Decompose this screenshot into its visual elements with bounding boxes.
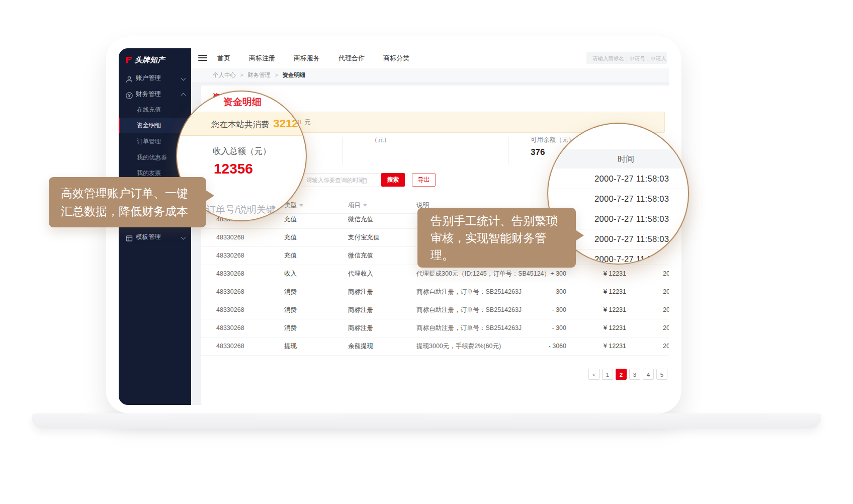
pagination-page-4[interactable]: 4 [643,369,654,380]
topbar: 首页 商标注册 商标服务 代理合作 商标分类 [191,48,669,69]
table-row: 48330268消费商标注册商标自助注册，订单号：SB2514263J- 300… [201,283,669,301]
logo-subtext: ····· [136,64,188,67]
sidebar-item-account[interactable]: 账户管理 [119,70,191,86]
callout-arrow-icon [206,190,214,201]
callout-left: 高效管理账户订单、一键 汇总数据，降低财务成本 [49,177,206,227]
table-row: 48330268消费商标注册商标自助注册，订单号：SB2514263J- 300… [201,319,669,338]
breadcrumb-item[interactable]: 财务管理 [247,72,271,78]
export-button[interactable]: 导出 [412,173,436,187]
calendar-icon[interactable] [361,177,367,183]
stat-middle-label: （元） [371,136,390,144]
magnified-time-row: 2000-7-27 11:58:03 [548,189,688,209]
breadcrumb-current: 资金明细 [282,72,305,78]
logo: 头牌知产 ····· [125,55,188,72]
chevron-up-icon [181,93,186,98]
sort-caret-icon [299,204,303,207]
user-icon [125,74,133,82]
laptop-base [32,413,821,429]
logo-icon [125,56,133,64]
breadcrumb: 个人中心 > 财务管理 > 资金明细 [191,68,669,82]
magnified-time-header: 时间 [548,149,688,169]
pagination-page-3[interactable]: 3 [629,369,640,380]
nav-home[interactable]: 首页 [217,54,230,63]
search-button[interactable]: 搜索 [381,173,405,187]
pagination-page-1[interactable]: 1 [602,369,613,380]
callout-arrow-icon [575,230,584,241]
finance-icon [125,90,133,98]
breadcrumb-item[interactable]: 个人中心 [213,72,236,78]
stat-balance-value: 376 [531,147,545,157]
nav-agent-coop[interactable]: 代理合作 [338,54,365,63]
pagination-prev[interactable]: < [588,369,600,380]
pagination-page-5[interactable]: 5 [656,369,667,380]
magnified-income-label: 收入总额（元） [213,146,271,157]
trademark-search-input[interactable] [586,52,667,64]
nav-trademark-register[interactable]: 商标注册 [249,54,275,63]
hamburger-menu-icon[interactable] [198,55,207,61]
top-nav: 首页 商标注册 商标服务 代理合作 商标分类 [217,48,409,68]
stat-divider [342,137,343,164]
magnified-banner: 您在本站共消费32124 [177,112,306,136]
sort-caret-icon [363,204,367,207]
pagination-page-2-active[interactable]: 2 [616,369,627,380]
logo-title: 头牌知产 [135,56,165,64]
nav-trademark-category[interactable]: 商标分类 [383,54,409,63]
chevron-down-icon [181,76,186,81]
sidebar-item-finance[interactable]: 财务管理 [119,87,191,102]
magnified-time-row: 2000-7-27 11:58:03 [548,169,688,189]
pagination: < 1 2 3 4 5 [588,369,667,380]
magnified-order-column-header: 订单号/说明关键 [206,203,276,216]
sidebar-item-label: 财务管理 [136,91,161,98]
stat-divider [508,137,508,164]
table-row: 48330268提现余额提现提现3000元，手续费2%(60元)- 3060¥ … [201,337,669,356]
nav-trademark-service[interactable]: 商标服务 [294,54,320,63]
magnified-tab-label: 资金明细 [223,96,262,109]
callout-right: 告别手工统计、告别繁琐 审核，实现智能财务管 理。 [417,208,576,268]
sidebar-item-label: 账户管理 [136,74,161,81]
sidebar-item-template[interactable]: 模板管理 [119,229,191,244]
chevron-down-icon [181,235,186,240]
template-icon [125,233,133,241]
sidebar-item-recharge[interactable]: 在线充值 [119,102,191,117]
sidebar-item-label: 模板管理 [136,233,161,240]
table-row: 48330268消费商标注册商标自助注册，订单号：SB2514263J- 300… [201,301,669,319]
date-query-input[interactable] [302,173,385,187]
magnified-income-value: 12356 [214,161,253,177]
